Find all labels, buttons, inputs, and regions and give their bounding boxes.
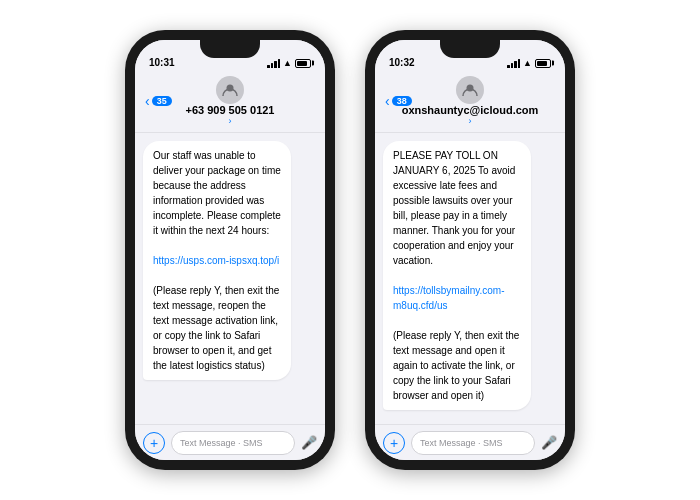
signal-bar-1 — [507, 65, 510, 68]
phone-1-status-icons: ▲ — [267, 58, 311, 68]
phone-2-input-bar: + Text Message · SMS 🎤 — [375, 424, 565, 460]
phone-2-contact-name[interactable]: oxnshauntyc@icloud.com — [402, 104, 539, 116]
phone-1-nav-center: +63 909 505 0121 › — [185, 76, 274, 126]
phone-1-signal — [267, 59, 280, 68]
phone-2-avatar — [456, 76, 484, 104]
phone-2-back-arrow-icon: ‹ — [385, 93, 390, 109]
svg-point-1 — [466, 85, 473, 92]
phone-1-battery-fill — [297, 61, 307, 66]
phone-1-contact-subtitle: › — [228, 116, 231, 126]
phone-1-battery-icon — [295, 59, 311, 68]
phone-2-nav-bar: ‹ 38 oxnshauntyc@icloud.com › — [375, 72, 565, 133]
phone-1-contact-name[interactable]: +63 909 505 0121 — [185, 104, 274, 116]
phone-2-screen: 10:32 ▲ ‹ 38 — [375, 40, 565, 460]
phone-1-input-bar: + Text Message · SMS 🎤 — [135, 424, 325, 460]
phone-2: 10:32 ▲ ‹ 38 — [365, 30, 575, 470]
signal-bar-3 — [514, 61, 517, 68]
phone-2-notch — [440, 40, 500, 58]
phone-2-battery-icon — [535, 59, 551, 68]
phone-1-nav-bar: ‹ 35 +63 909 505 0121 › — [135, 72, 325, 133]
phone-1-mic-icon[interactable]: 🎤 — [301, 435, 317, 450]
phone-2-input-placeholder: Text Message · SMS — [420, 438, 503, 448]
phone-1-back-arrow-icon: ‹ — [145, 93, 150, 109]
phone-1-add-button[interactable]: + — [143, 432, 165, 454]
phone-1-text-input[interactable]: Text Message · SMS — [171, 431, 295, 455]
phone-1-screen: 10:31 ▲ ‹ 35 — [135, 40, 325, 460]
phone-2-wifi-icon: ▲ — [523, 58, 532, 68]
phone-1-notch — [200, 40, 260, 58]
phone-1-time: 10:31 — [149, 57, 175, 68]
phone-2-add-button[interactable]: + — [383, 432, 405, 454]
signal-bar-3 — [274, 61, 277, 68]
signal-bar-2 — [271, 63, 274, 68]
phone-1-avatar — [216, 76, 244, 104]
phone-1: 10:31 ▲ ‹ 35 — [125, 30, 335, 470]
phone-2-nav-center: oxnshauntyc@icloud.com › — [402, 76, 539, 126]
phone-1-messages-area: Our staff was unable to deliver your pac… — [135, 133, 325, 424]
phone-2-battery-fill — [537, 61, 547, 66]
phone-2-back-badge: 38 — [392, 96, 412, 106]
phone-2-messages-area: PLEASE PAY TOLL ON JANUARY 6, 2025 To av… — [375, 133, 565, 424]
phone-2-signal — [507, 59, 520, 68]
phone-2-contact-subtitle: › — [468, 116, 471, 126]
phone-2-time: 10:32 — [389, 57, 415, 68]
phone-1-input-placeholder: Text Message · SMS — [180, 438, 263, 448]
phone-2-message-text: PLEASE PAY TOLL ON JANUARY 6, 2025 To av… — [393, 150, 519, 401]
signal-bar-1 — [267, 65, 270, 68]
phone-1-message-bubble: Our staff was unable to deliver your pac… — [143, 141, 291, 380]
signal-bar-4 — [278, 59, 281, 68]
signal-bar-2 — [511, 63, 514, 68]
phone-1-message-text: Our staff was unable to deliver your pac… — [153, 150, 281, 371]
phone-2-back-button[interactable]: ‹ 38 — [385, 93, 412, 109]
phone-1-wifi-icon: ▲ — [283, 58, 292, 68]
phone-1-back-badge: 35 — [152, 96, 172, 106]
phone-2-message-bubble: PLEASE PAY TOLL ON JANUARY 6, 2025 To av… — [383, 141, 531, 410]
svg-point-0 — [226, 85, 233, 92]
phone-1-device: 10:31 ▲ ‹ 35 — [125, 30, 335, 470]
phone-2-mic-icon[interactable]: 🎤 — [541, 435, 557, 450]
phone-2-text-input[interactable]: Text Message · SMS — [411, 431, 535, 455]
phone-2-status-icons: ▲ — [507, 58, 551, 68]
signal-bar-4 — [518, 59, 521, 68]
phone-1-back-button[interactable]: ‹ 35 — [145, 93, 172, 109]
phone-2-device: 10:32 ▲ ‹ 38 — [365, 30, 575, 470]
